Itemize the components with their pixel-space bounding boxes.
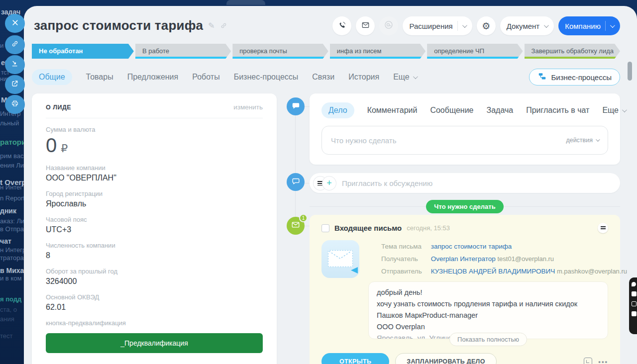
invite-discussion-bar: +: [310, 173, 620, 193]
email-actions-row: ОТКРЫТЬ ЗАПЛАНИРОВАТЬ ДЕЛО •••: [321, 353, 608, 364]
scrollbar-thumb[interactable]: [628, 62, 632, 81]
todo-hint-badge[interactable]: Что нужно сделать: [426, 200, 503, 213]
email-body-preview: добрый день! хочу узнать стоимость продл…: [368, 281, 608, 339]
schedule-activity-button[interactable]: ЗАПЛАНИРОВАТЬ ДЕЛО: [395, 353, 496, 364]
lead-info-card: О ЛИДЕ изменить Сумма и валюта 0 ₽ Назва…: [32, 93, 277, 364]
tool-icon[interactable]: [632, 311, 637, 316]
open-new-window-button[interactable]: [5, 75, 25, 94]
bg-text-fragment: и в ком: [0, 274, 21, 282]
prequalification-button[interactable]: _Предквалификация: [46, 333, 263, 353]
timeline-connector: [305, 106, 310, 107]
send-email-button[interactable]: [356, 16, 375, 35]
tab-relations[interactable]: Связи: [312, 73, 334, 82]
bg-text-fragment: рим вас: [0, 152, 24, 160]
copilot-icon: [384, 20, 394, 32]
todo-input[interactable]: [331, 136, 561, 145]
browser-extension-toolbar[interactable]: [629, 277, 637, 334]
copilot-button[interactable]: [379, 16, 398, 35]
activity-tab-deal[interactable]: Дело: [321, 102, 354, 118]
timeline-connector: [305, 226, 310, 226]
incoming-email-card: Входящее письмо сегодня, 15:53 Тема пись…: [310, 215, 620, 364]
business-processes-button[interactable]: Бизнес-процессы: [529, 69, 620, 86]
stage-not-processed[interactable]: Не обработан: [32, 44, 134, 59]
activity-tab-more[interactable]: Еще: [602, 106, 626, 115]
close-icon: [11, 19, 19, 28]
copy-title-link-icon[interactable]: [220, 22, 227, 29]
document-dropdown[interactable]: Документ: [500, 16, 554, 35]
incoming-mail-illustration: [321, 240, 359, 278]
timeline-email-icon: 1: [287, 217, 305, 235]
mail-icon: [361, 21, 370, 31]
close-slider-button[interactable]: [5, 14, 25, 33]
bg-text-fragment: льный: [0, 119, 19, 127]
bg-text-fragment: тратора: [0, 254, 24, 262]
field-label: Часовой пояс: [46, 216, 263, 223]
screen: { "background": { "fragments": ["задач",…: [0, 0, 637, 364]
tab-offers[interactable]: Предложения: [127, 73, 179, 82]
copy-link-button[interactable]: [5, 35, 25, 54]
call-button[interactable]: [332, 16, 351, 35]
edit-lead-link[interactable]: изменить: [233, 103, 263, 111]
bg-text-fragment: ания: [0, 315, 14, 323]
tab-general[interactable]: Общие: [32, 69, 72, 85]
create-company-button[interactable]: Компанию: [558, 16, 620, 35]
open-email-button[interactable]: ОТКРЫТЬ: [321, 353, 389, 364]
extensions-dropdown[interactable]: Расширения: [403, 16, 472, 35]
stage-in-work[interactable]: В работе: [135, 44, 231, 59]
stage-info-from-mail[interactable]: инфа из писем: [330, 44, 425, 59]
activity-tab-invite-chat[interactable]: Пригласить в чат: [526, 106, 589, 115]
bg-text-fragment: n Report: [0, 194, 25, 202]
company-label: Компанию: [565, 22, 601, 30]
email-timestamp: сегодня, 15:53: [407, 224, 450, 232]
stage-finish-lead[interactable]: Завершить обработку лида: [525, 44, 620, 59]
add-participant-button[interactable]: +: [322, 177, 336, 190]
edit-title-icon[interactable]: ✎: [208, 21, 215, 30]
bg-text-fragment: аказ: Ли: [0, 217, 24, 225]
tool-icon[interactable]: [632, 291, 637, 296]
email-sender-link[interactable]: КУЗНЕЦОВ АНДРЕЙ ВЛАДИМИРОВИЧ: [431, 268, 555, 275]
tab-history[interactable]: История: [348, 73, 379, 82]
activity-tab-comment[interactable]: Комментарий: [367, 106, 418, 115]
email-content-row: Тема письма запрос стоимости тарифа Полу…: [321, 240, 608, 346]
email-recipient-link[interactable]: Overplan Интегратор: [431, 255, 496, 263]
link-icon: [11, 40, 19, 50]
field-value: 3264000: [46, 277, 263, 286]
chevron-down-icon: [622, 107, 627, 112]
show-full-button[interactable]: Показать полностью: [449, 333, 527, 346]
plus-icon: +: [326, 178, 332, 188]
more-actions-dots[interactable]: •••: [598, 358, 608, 364]
gear-icon: ⚙: [482, 21, 490, 31]
field-label: Основной ОКВЭД: [46, 293, 263, 301]
envelope-graphic: [328, 250, 353, 267]
divider: [457, 21, 458, 31]
tab-products[interactable]: Товары: [86, 73, 113, 82]
bg-text-fragment: ратори: [0, 138, 26, 146]
chat-tool-icon[interactable]: [632, 282, 636, 286]
activity-tabs: Дело Комментарий Сообщение Задача Пригла…: [321, 102, 608, 118]
chat-bubble-outline-icon: [292, 177, 300, 187]
tool-outline-icon[interactable]: [632, 301, 637, 306]
stage-mail-check[interactable]: проверка почты: [232, 44, 328, 59]
activity-tab-message[interactable]: Сообщение: [430, 106, 473, 115]
stage-define-chp[interactable]: определение ЧП: [427, 44, 523, 59]
stage-bar: Не обработан В работе проверка почты инф…: [32, 44, 620, 59]
print-button[interactable]: [5, 95, 25, 114]
actions-dropdown[interactable]: действия: [566, 137, 599, 144]
invite-input[interactable]: [342, 179, 616, 187]
email-subject-link[interactable]: запрос стоимости тарифа: [431, 243, 512, 250]
email-header: Входящее письмо сегодня, 15:53: [321, 223, 608, 233]
collapse-arrow-icon: [11, 60, 19, 70]
email-checkbox[interactable]: [321, 224, 329, 232]
collapse-slider-button[interactable]: [5, 55, 25, 74]
tab-robots[interactable]: Роботы: [192, 73, 219, 82]
email-count-badge: 1: [299, 214, 308, 222]
email-body-line: добрый день!: [377, 287, 600, 298]
pin-email-icon[interactable]: [584, 358, 592, 364]
field-value: 8: [46, 251, 263, 260]
activity-tab-task[interactable]: Задача: [486, 106, 513, 115]
tab-business-processes[interactable]: Бизнес-процессы: [234, 73, 299, 82]
settings-button[interactable]: ⚙: [477, 16, 496, 35]
bg-text-fragment: дник: [0, 207, 16, 215]
timeline-connector: [305, 183, 310, 183]
tab-more[interactable]: Еще: [393, 73, 417, 82]
